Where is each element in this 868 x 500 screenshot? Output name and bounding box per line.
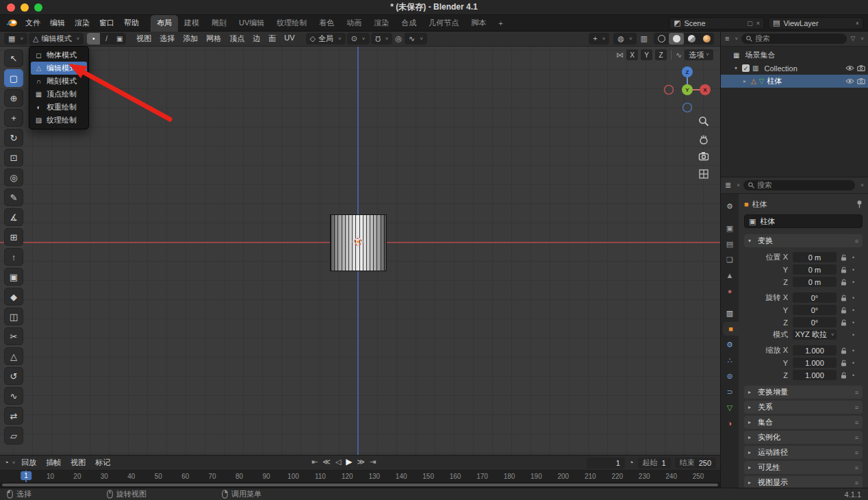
navigation-gizmo[interactable]: Z X Y [661, 64, 713, 116]
lock-icon[interactable] [841, 360, 847, 366]
tool-button[interactable]: ⊡ [4, 149, 23, 166]
tool-button[interactable]: ◫ [4, 308, 23, 325]
scene-selector[interactable]: ◩ Scene ▢ × [669, 17, 765, 29]
workspace-tab[interactable]: 着色 [313, 15, 340, 32]
prev-keyframe-button[interactable]: ≪ [322, 458, 331, 466]
menu-item[interactable]: 编辑 [45, 16, 70, 29]
menu-item[interactable]: 文件 [21, 16, 45, 29]
properties-tab[interactable]: ◑ [721, 416, 739, 430]
panel-grip-icon[interactable]: ≡ [855, 389, 858, 396]
jump-to-end-button[interactable]: ⇥ [370, 458, 376, 466]
viewport-menu-item[interactable]: 选择 [155, 32, 179, 45]
vertex-select-button[interactable]: • [87, 33, 100, 45]
play-button[interactable]: ▶ [346, 457, 352, 466]
unlink-scene-icon[interactable]: × [756, 20, 760, 27]
lock-icon[interactable] [841, 295, 847, 301]
transform-value-field[interactable]: 0 m ˅ [793, 277, 837, 287]
menu-item[interactable]: 帮助 [119, 16, 144, 29]
workspace-tab[interactable]: 脚本 [465, 15, 492, 32]
filter-icon[interactable]: ▽ [850, 36, 855, 42]
properties-editor-icon[interactable]: ≣ [725, 182, 731, 189]
properties-tab[interactable]: ❏ [721, 253, 739, 266]
menu-item[interactable]: 渲染 [70, 16, 94, 29]
breadcrumb-object-name[interactable]: 柱体 [752, 199, 767, 210]
scrollbar-thumb[interactable] [2, 484, 718, 486]
animate-decorator-icon[interactable]: • [852, 332, 854, 338]
transform-value-field[interactable]: 0° ˅ [793, 317, 837, 327]
collapsed-panel-header[interactable]: ▸ 运动路径 ≡ [744, 446, 863, 459]
viewport-menu-item[interactable]: 网格 [202, 32, 225, 45]
animate-decorator-icon[interactable]: • [852, 254, 854, 261]
tool-button[interactable]: ↻ [4, 129, 23, 147]
options-dropdown[interactable]: 选项 ˅ [685, 49, 713, 60]
tool-button[interactable]: ⊕ [4, 89, 23, 107]
tool-button[interactable]: ∿ [4, 387, 23, 405]
hide-eye-icon[interactable] [845, 65, 854, 71]
viewport-menu-item[interactable]: 视图 [132, 32, 155, 45]
properties-tab[interactable]: ▲ [721, 268, 739, 282]
mode-menu-item[interactable]: ◐ 权重绘制 [29, 101, 88, 114]
editor-type-button[interactable]: ▦ ˅ [4, 33, 27, 45]
mode-selector[interactable]: △ 编辑模式 ˅ [29, 33, 84, 45]
timeline-menu-item[interactable]: 插帧 [41, 456, 66, 469]
mirror-x-button[interactable]: X [626, 49, 638, 60]
timeline-menu-item[interactable]: 标记 [90, 456, 115, 469]
properties-search-input[interactable]: 搜索 [743, 180, 855, 190]
timeline-menu-item[interactable]: 视图 [66, 456, 90, 469]
collapsed-panel-header[interactable]: ▸ 视图显示 ≡ [744, 476, 863, 488]
pan-hand-button[interactable] [698, 133, 710, 145]
outliner-row[interactable]: ▾ ✓ ▥ Collection [721, 62, 868, 75]
remove-viewlayer-icon[interactable]: × [856, 20, 859, 27]
animate-decorator-icon[interactable]: • [852, 347, 854, 354]
menu-item[interactable]: 窗口 [94, 16, 119, 29]
viewport-menu-item[interactable]: 面 [264, 32, 280, 45]
mode-menu-item[interactable]: ◻ 物体模式 [29, 49, 88, 62]
object-name-field[interactable]: ▣ 柱体 [744, 214, 863, 228]
frame-start-field[interactable]: 起始 1 [638, 458, 671, 468]
outliner-editor-icon[interactable]: ≡ [725, 35, 729, 42]
properties-tab[interactable]: ⚙ [721, 338, 739, 351]
camera-view-button[interactable] [698, 150, 710, 162]
timeline-menu-item[interactable]: 回放 [16, 456, 41, 469]
tool-button[interactable]: ✂ [4, 327, 23, 345]
viewport-menu-item[interactable]: UV [280, 32, 298, 45]
properties-tab[interactable]: ⊃ [721, 385, 739, 399]
viewlayer-selector[interactable]: ▤ ViewLayer × [768, 17, 864, 29]
viewport-menu-item[interactable]: 边 [248, 32, 264, 45]
properties-tab[interactable]: ⚙ [721, 199, 739, 213]
next-keyframe-button[interactable]: ≫ [357, 458, 365, 466]
animate-decorator-icon[interactable]: • [852, 360, 854, 366]
mode-menu-item[interactable]: △ 编辑模式 [31, 62, 87, 75]
overlays-toggle[interactable]: ◍ ˅ [613, 33, 636, 45]
edge-select-button[interactable]: / [100, 33, 113, 45]
pin-icon[interactable] [856, 200, 863, 208]
animate-decorator-icon[interactable]: • [852, 307, 854, 314]
panel-grip-icon[interactable]: ≡ [855, 434, 858, 441]
timeline-ruler[interactable]: 1020304050607080901001101201301401501601… [0, 471, 720, 483]
lock-icon[interactable] [841, 372, 847, 379]
lock-icon[interactable] [841, 347, 847, 354]
collapsed-panel-header[interactable]: ▸ 关系 ≡ [744, 401, 863, 414]
lock-icon[interactable] [841, 279, 847, 286]
tool-button[interactable]: ∡ [4, 208, 23, 226]
gizmo-x-neg-axis[interactable] [665, 86, 674, 95]
panel-grip-icon[interactable]: ≡ [855, 449, 858, 456]
gizmos-toggle[interactable]: + ˅ [589, 33, 609, 45]
tool-button[interactable]: ▢ [4, 69, 23, 87]
viewport-menu-item[interactable]: 顶点 [225, 32, 248, 45]
mirror-z-button[interactable]: Z [655, 49, 667, 60]
outliner-row[interactable]: ▸ ✓ △ ▽ 柱体 [721, 75, 868, 88]
lock-icon[interactable] [841, 266, 847, 273]
animate-decorator-icon[interactable]: • [852, 266, 854, 273]
pivot-selector[interactable]: ⊙ ˅ [347, 33, 370, 45]
tool-button[interactable]: ↺ [4, 367, 23, 385]
render-camera-icon[interactable] [857, 78, 865, 84]
add-workspace-button[interactable]: + [494, 18, 507, 29]
transform-value-field[interactable]: 0° ˅ [793, 305, 837, 315]
properties-tab[interactable]: ∴ [721, 353, 739, 367]
outliner-row[interactable]: ✓ ▦ 场景集合 [721, 49, 868, 62]
tool-button[interactable]: + [4, 109, 23, 127]
tool-button[interactable]: ▱ [4, 427, 23, 445]
play-reverse-button[interactable]: ◁ [335, 458, 341, 466]
transform-value-field[interactable]: 0 m ˅ [793, 252, 837, 262]
